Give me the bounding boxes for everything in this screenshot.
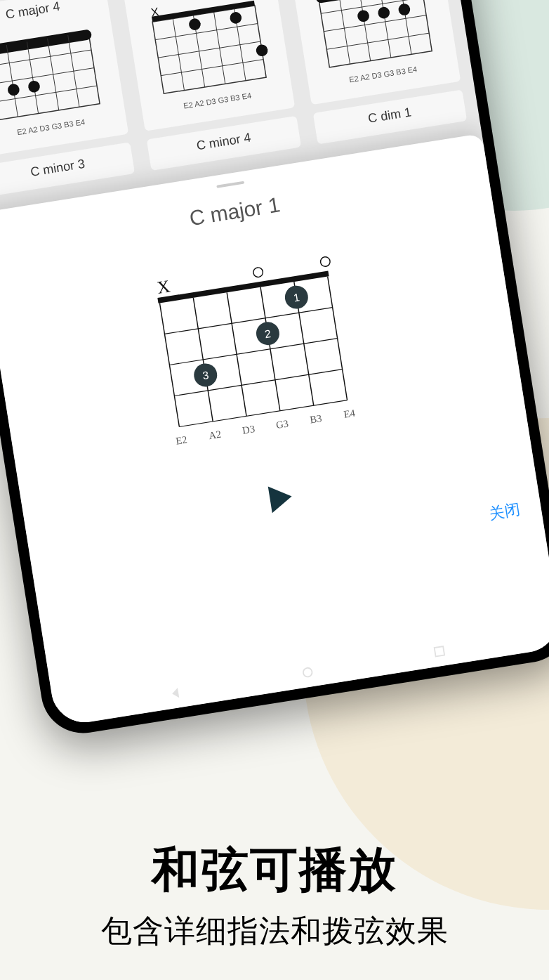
marketing-text: 和弦可播放 包含详细指法和拨弦效果 <box>0 838 549 952</box>
chord-diagram-icon: X E2 <box>137 0 283 122</box>
svg-line-52 <box>324 15 426 32</box>
mute-marker: X <box>156 276 171 297</box>
svg-line-41 <box>173 19 184 91</box>
open-marker <box>253 267 264 278</box>
svg-line-55 <box>359 0 371 61</box>
svg-line-43 <box>213 12 225 84</box>
chord-diagram-icon: E2 A2 D3 G3 B3 E4 <box>303 0 449 95</box>
svg-text:E2  A2  D3  G3  B3  E4: E2 A2 D3 G3 B3 E4 <box>349 65 418 84</box>
close-button[interactable]: 关闭 <box>488 500 521 523</box>
chord-title: C minor 3 <box>0 150 130 187</box>
svg-text:E2  A2  D3  G3  B3  E4: E2 A2 D3 G3 B3 E4 <box>183 91 251 110</box>
marketing-headline: 和弦可播放 <box>0 838 549 902</box>
svg-text:E4: E4 <box>343 407 356 419</box>
svg-line-39 <box>158 41 260 58</box>
svg-line-63 <box>159 303 179 426</box>
svg-point-45 <box>188 18 201 31</box>
svg-point-33 <box>27 80 41 93</box>
svg-line-38 <box>155 24 258 40</box>
svg-line-31 <box>68 35 79 107</box>
svg-marker-86 <box>171 688 179 699</box>
svg-text:D3: D3 <box>242 423 256 436</box>
svg-text:B3: B3 <box>309 412 322 425</box>
svg-text:E2  A2  D3  G3  B3  E4: E2 A2 D3 G3 B3 E4 <box>17 117 86 136</box>
chord-diagram-large: X <box>135 248 378 457</box>
nav-home-icon[interactable] <box>300 665 315 680</box>
svg-text:G3: G3 <box>275 417 289 431</box>
svg-point-60 <box>398 3 411 16</box>
play-icon <box>260 479 299 518</box>
chord-detail-sheet: C major 1 X <box>0 133 549 727</box>
svg-point-58 <box>357 9 370 22</box>
svg-point-87 <box>303 667 312 677</box>
chord-title: C minor 4 <box>152 124 296 161</box>
svg-point-47 <box>255 44 268 57</box>
svg-rect-49 <box>318 0 432 67</box>
nav-recent-icon[interactable] <box>432 644 447 659</box>
open-marker <box>320 256 331 268</box>
svg-point-46 <box>229 11 242 25</box>
svg-line-70 <box>169 339 337 365</box>
svg-line-26 <box>0 68 94 84</box>
svg-line-25 <box>0 50 91 66</box>
chord-card[interactable]: C minor 2 <box>288 0 461 105</box>
svg-line-28 <box>7 45 18 117</box>
svg-text:E2: E2 <box>175 433 187 446</box>
chord-title: C dim 1 <box>317 97 462 134</box>
svg-line-53 <box>326 33 429 49</box>
svg-point-59 <box>377 6 390 20</box>
svg-text:A2: A2 <box>208 429 222 442</box>
nav-back-icon[interactable] <box>168 686 183 700</box>
marketing-subline: 包含详细指法和拨弦效果 <box>0 910 549 952</box>
chord-diagram-icon: E2 A2 D3 G3 B3 E4 <box>0 12 117 148</box>
svg-rect-50 <box>315 0 424 4</box>
svg-rect-88 <box>435 646 444 656</box>
chord-card[interactable]: C major 4 <box>0 0 128 157</box>
svg-marker-85 <box>268 483 294 513</box>
svg-line-29 <box>27 41 39 113</box>
svg-line-69 <box>164 308 332 334</box>
chord-card[interactable]: C minor 1 X <box>122 0 295 131</box>
svg-line-30 <box>48 39 59 110</box>
sheet-handle[interactable] <box>216 181 244 188</box>
phone-mockup: — E2 A2 <box>0 0 549 739</box>
svg-line-40 <box>161 60 263 76</box>
svg-point-32 <box>7 83 20 96</box>
